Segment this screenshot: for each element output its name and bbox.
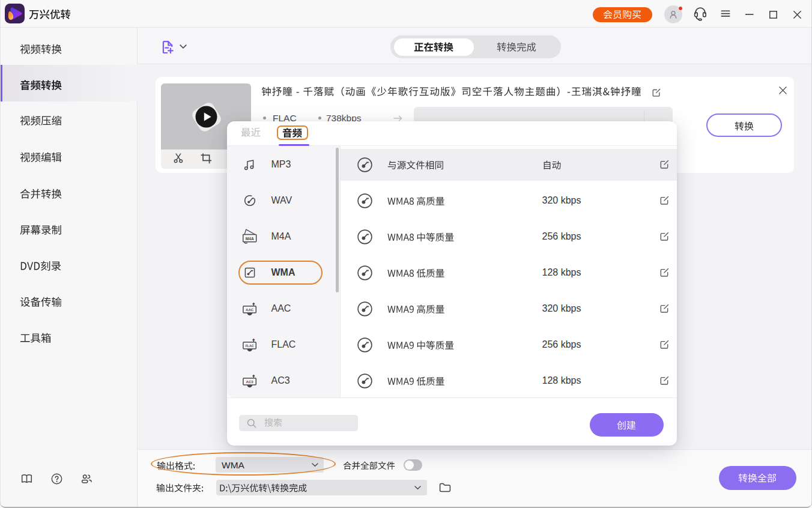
svg-text:AAC: AAC [246,308,254,312]
svg-text:M4A: M4A [246,237,254,241]
svg-text:AC3: AC3 [246,380,254,384]
svg-text:FLAC: FLAC [246,344,254,348]
